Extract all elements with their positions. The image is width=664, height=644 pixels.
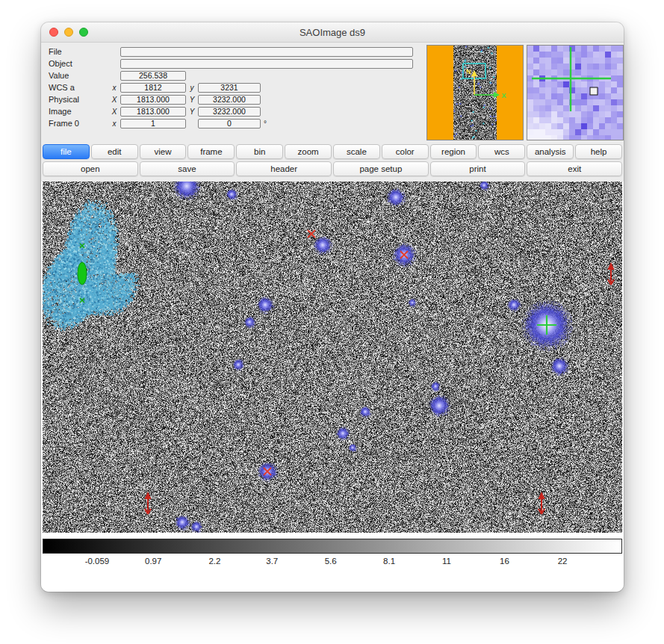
colorbar-tick: 3.7 [266,557,278,566]
object-row: Object [46,58,423,69]
wcs-y-axis-label: y [186,84,198,92]
sky-image[interactable] [43,182,622,533]
image-x-field[interactable] [120,107,186,117]
object-label: Object [46,59,108,68]
value-label: Value [46,71,108,80]
colorbar-tick: 16 [500,557,509,566]
file-menu-bar: opensaveheaderpage setupprintexit [41,161,624,176]
menu-open-button[interactable]: open [43,161,138,176]
wcs-x-axis-label: x [108,84,120,92]
physical-label: Physical [46,95,108,104]
menu-print-button[interactable]: print [430,161,526,176]
colorbar-tick: 0.97 [145,557,161,566]
image-x-axis-label: X [108,108,120,116]
menu-save-button[interactable]: save [140,161,235,176]
physical-x-field[interactable] [120,95,186,105]
colorbar-tick: 11 [442,557,451,566]
image-label: Image [46,107,108,116]
display-area: -0.0590.972.23.75.68.1111622 [41,182,624,592]
menu-bar: fileeditviewframebinzoomscalecolorregion… [41,144,624,159]
physical-y-field[interactable] [198,95,261,105]
wcs-row: WCS a x y [46,81,423,93]
menu-analysis-button[interactable]: analysis [527,144,574,159]
wcs-x-field[interactable] [120,83,186,93]
menu-view-button[interactable]: view [140,144,187,159]
value-field[interactable] [120,71,186,81]
wcs-label: WCS a [46,83,108,92]
colorbar[interactable] [43,539,622,554]
menu-edit-button[interactable]: edit [91,144,138,159]
menu-bin-button[interactable]: bin [236,144,283,159]
info-panel: File Object Value WCS a x [41,43,624,141]
menu-wcs-button[interactable]: wcs [478,144,525,159]
degree-symbol: ° [264,120,267,128]
file-row: File [46,46,423,58]
window-title: SAOImage ds9 [41,27,624,38]
wcs-y-field[interactable] [198,83,261,93]
physical-x-axis-label: X [108,96,120,104]
frame-row: Frame 0 x ° [46,117,423,129]
menu-exit-button[interactable]: exit [527,161,622,176]
fullscreen-button[interactable] [79,28,88,37]
traffic-lights [41,28,88,37]
colorbar-tick: 2.2 [208,557,220,566]
value-row: Value [46,69,423,81]
menu-frame-button[interactable]: frame [187,144,235,159]
desktop: SAOImage ds9 File Object Value [0,0,664,644]
menu-scale-button[interactable]: scale [333,144,380,159]
frame-zoom-field[interactable] [120,119,186,129]
minimize-button[interactable] [64,28,73,37]
object-field[interactable] [120,59,413,69]
coordinate-readout: File Object Value WCS a x [46,45,423,140]
ds9-window: SAOImage ds9 File Object Value [41,22,624,592]
magnifier[interactable] [527,45,624,140]
colorbar-tick: -0.059 [85,557,110,566]
close-button[interactable] [49,28,58,37]
panner[interactable] [426,45,524,140]
file-field[interactable] [120,47,413,57]
physical-y-axis-label: Y [186,96,198,104]
menu-zoom-button[interactable]: zoom [285,144,332,159]
image-row: Image X Y [46,105,423,117]
menu-color-button[interactable]: color [382,144,429,159]
titlebar[interactable]: SAOImage ds9 [41,22,624,43]
menu-page-setup-button[interactable]: page setup [333,161,429,176]
colorbar-tick: 22 [558,557,568,566]
colorbar-scale: -0.0590.972.23.75.68.1111622 [43,555,622,569]
image-y-field[interactable] [198,107,261,117]
menu-help-button[interactable]: help [575,144,622,159]
frame-label: Frame 0 [46,119,108,128]
frame-x-axis-label: x [108,120,120,128]
physical-row: Physical X Y [46,93,423,105]
colorbar-tick: 8.1 [383,557,395,566]
file-label: File [46,47,108,56]
menu-file-button[interactable]: file [43,144,90,159]
menu-header-button[interactable]: header [236,161,332,176]
colorbar-tick: 5.6 [325,557,337,566]
image-y-axis-label: Y [186,108,198,116]
menu-region-button[interactable]: region [430,144,477,159]
frame-rotation-field[interactable] [198,119,261,129]
